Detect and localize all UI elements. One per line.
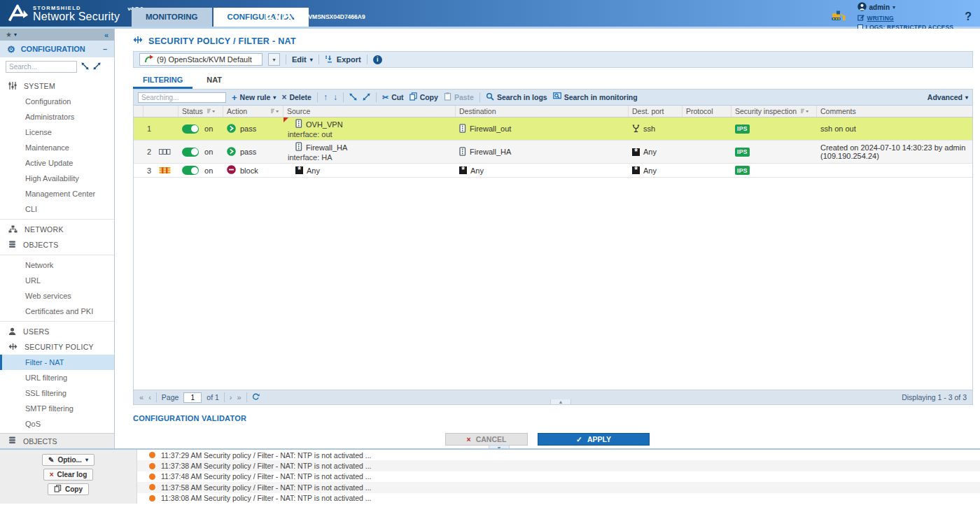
search-in-logs-button[interactable]: Search in logs (486, 92, 547, 102)
sidebar-bottom-objects[interactable]: OBJECTS (0, 433, 114, 448)
sidebar-item-active-update[interactable]: Active Update (0, 155, 114, 171)
filter-rule-row[interactable]: 2 on pass Firewall_HA (134, 141, 972, 164)
copy-button[interactable]: Copy (410, 92, 438, 102)
sidebar-item-configuration[interactable]: Configuration (0, 94, 114, 109)
sidebar-item-high-availability[interactable]: High Availability (0, 171, 114, 186)
log-entry[interactable]: 11:37:29 AM Security policy / Filter - N… (137, 450, 980, 460)
favorites-menu[interactable]: ★ ▾ (6, 31, 17, 38)
collapse-all-icon[interactable] (81, 62, 89, 71)
admin-menu[interactable]: admin ▾ (858, 2, 954, 13)
column-dest-port[interactable]: Dest. port (629, 106, 682, 117)
next-page-button[interactable]: › (230, 393, 232, 401)
advanced-button[interactable]: Advanced ▾ (927, 93, 968, 101)
row-drag-handle[interactable] (134, 127, 144, 130)
sidebar-item-maintenance[interactable]: Maintenance (0, 140, 114, 155)
export-button[interactable]: Export (325, 55, 361, 64)
sort-icon[interactable] (800, 107, 809, 115)
paste-button[interactable]: Paste (444, 92, 474, 102)
info-icon[interactable]: i (373, 55, 382, 64)
tab-monitoring[interactable]: MONITORING (132, 8, 212, 27)
column-action[interactable]: Action (223, 106, 284, 117)
configuration-validator-link[interactable]: CONFIGURATION VALIDATOR (133, 414, 980, 422)
sidebar-item-cli[interactable]: CLI (0, 201, 114, 217)
move-up-icon[interactable]: ↑ (323, 92, 328, 102)
delete-button[interactable]: × Delete (281, 92, 312, 102)
clear-log-button[interactable]: × Clear log (43, 469, 94, 481)
expand-rules-icon[interactable] (363, 93, 370, 102)
policy-select-caret[interactable]: ▾ (268, 53, 280, 66)
copy-log-button[interactable]: Copy (48, 483, 89, 495)
collapse-log-handle[interactable]: ▼ (489, 445, 510, 448)
expand-all-icon[interactable] (93, 62, 101, 71)
log-entry[interactable]: 11:38:08 AM Security policy / Filter - N… (137, 493, 980, 504)
sort-icon[interactable] (206, 107, 216, 115)
last-page-button[interactable]: » (237, 393, 241, 401)
sidebar-item-web-services[interactable]: Web services (0, 288, 114, 304)
log-entry[interactable]: 11:37:58 AM Security policy / Filter - N… (137, 482, 980, 492)
collapse-sidebar-icon[interactable]: « (104, 31, 108, 39)
sidebar-item-administrators[interactable]: Administrators (0, 109, 114, 125)
status-toggle[interactable] (182, 148, 199, 157)
sidebar-group-objects[interactable]: OBJECTS (0, 237, 114, 252)
sidebar-item-url[interactable]: URL (0, 273, 114, 288)
first-page-button[interactable]: « (139, 393, 144, 401)
sidebar-item-management-center[interactable]: Management Center (0, 186, 114, 201)
sidebar-item-filter-nat[interactable]: Filter - NAT (0, 355, 114, 370)
sidebar-item-smtp-filtering[interactable]: SMTP filtering (0, 401, 114, 416)
collapse-rules-icon[interactable] (349, 93, 357, 102)
filter-rule-row[interactable]: 1 on pass OVH_VPN i (134, 118, 972, 141)
sidebar-group-system[interactable]: SYSTEM (0, 78, 114, 94)
page-input[interactable] (183, 392, 202, 403)
status-toggle[interactable] (182, 125, 199, 134)
tab-filtering[interactable]: FILTERING (133, 73, 192, 89)
log-entry[interactable]: 11:37:48 AM Security policy / Filter - N… (137, 471, 980, 482)
rules-search-input[interactable] (138, 92, 226, 103)
sidebar-item-certificates-pki[interactable]: Certificates and PKI (0, 304, 114, 319)
sort-icon[interactable] (270, 107, 279, 115)
sidebar-item-url-filtering[interactable]: URL filtering (0, 370, 114, 385)
sidebar-group-security-policy[interactable]: SECURITY POLICY (0, 339, 114, 355)
log-entry[interactable]: 11:37:38 AM Security policy / Filter - N… (137, 460, 980, 471)
column-destination[interactable]: Destination (456, 106, 629, 117)
status-toggle[interactable] (182, 166, 199, 175)
column-status[interactable]: Status (178, 106, 223, 117)
cut-button[interactable]: ✂ Cut (382, 93, 404, 102)
collapse-panel-handle[interactable]: ▲ (550, 399, 571, 405)
tab-nat[interactable]: NAT (197, 73, 232, 89)
rule-comments-cell (817, 169, 972, 172)
sidebar-search-input[interactable] (6, 61, 77, 73)
search-in-monitoring-button[interactable]: Search in monitoring (553, 92, 638, 102)
sidebar-item-qos[interactable]: QoS (0, 416, 114, 432)
search-in-logs-label: Search in logs (497, 93, 547, 101)
sidebar-item-network[interactable]: Network (0, 257, 114, 273)
row-drag-handle[interactable] (134, 169, 144, 172)
sidebar-group-users[interactable]: USERS (0, 324, 114, 339)
policy-select[interactable]: (9) OpenStack/KVM Default (139, 53, 262, 66)
column-security-inspection[interactable]: Security inspection (732, 106, 817, 117)
move-down-icon[interactable]: ↓ (333, 92, 337, 102)
refresh-icon[interactable] (252, 393, 260, 402)
help-button[interactable]: ? (965, 10, 972, 23)
collapse-panel-icon[interactable]: – (103, 45, 107, 53)
filter-rule-row[interactable]: 3 on block * Any (134, 164, 972, 178)
sidebar-item-license[interactable]: License (0, 125, 114, 140)
column-comments[interactable]: Comments (817, 106, 972, 117)
chevron-down-icon: ▾ (310, 57, 313, 63)
column-protocol[interactable]: Protocol (682, 106, 732, 117)
sidebar-item-ssl-filtering[interactable]: SSL filtering (0, 385, 114, 401)
sidebar-group-network[interactable]: NETWORK (0, 222, 114, 237)
prev-page-button[interactable]: ‹ (148, 393, 151, 401)
row-drag-handle[interactable] (134, 150, 144, 153)
edit-button[interactable]: Edit ▾ (292, 55, 313, 64)
apply-button[interactable]: ✓ APPLY (538, 433, 650, 446)
rule-inspection-cell: IPS (732, 145, 817, 158)
writing-mode[interactable]: WRITING (858, 14, 954, 22)
divider (0, 255, 114, 255)
grid-empty-area (134, 178, 972, 390)
log-options-button[interactable]: ✎ Optio... ▾ (42, 454, 94, 466)
column-source[interactable]: Source (284, 106, 456, 117)
divider (246, 392, 247, 402)
sidebar-panel-header[interactable]: ⚙ CONFIGURATION – (0, 41, 114, 57)
new-rule-button[interactable]: + New rule ▾ (232, 92, 276, 103)
cancel-button[interactable]: × CANCEL (445, 433, 528, 446)
